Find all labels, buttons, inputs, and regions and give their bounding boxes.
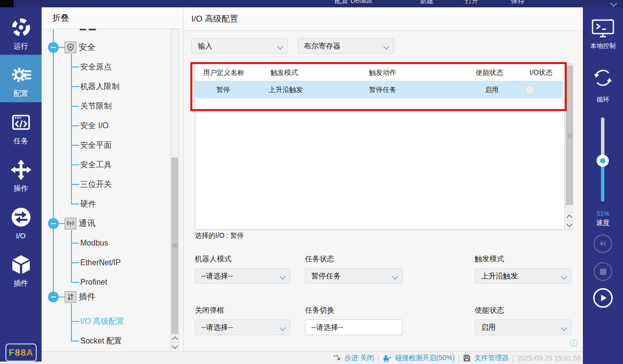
trigger-mode-select[interactable]: 上升沿触发 (475, 268, 572, 284)
tree-item-profinet[interactable]: Profinet (80, 276, 107, 288)
sidebar-item-task[interactable]: 任务 (0, 102, 42, 150)
right-control-sidebar: 本地控制 循环 51% 速度 (583, 7, 623, 364)
cube-icon (10, 254, 32, 275)
code-window-icon (10, 112, 32, 133)
page-title: I/O 高级配置 (184, 7, 583, 31)
close-popup-value: --请选择-- (201, 323, 233, 332)
tree-item-three-pos-switch[interactable]: 三位开关 (80, 179, 112, 190)
col-header-trigger-mode: 触发模式 (271, 64, 298, 81)
menu-new[interactable]: 新建 (420, 0, 434, 5)
collapse-toggle-icon[interactable] (48, 292, 59, 302)
table-scrollbar[interactable] (564, 64, 574, 229)
gear-icon (10, 64, 32, 86)
trigger-mode-label: 触发模式 (475, 254, 504, 264)
register-type-value: 布尔寄存器 (304, 42, 341, 51)
chevron-down-icon (279, 325, 286, 331)
play-icon (600, 294, 608, 302)
tree-item-safety-home[interactable]: 安全原点 (80, 61, 112, 73)
trigger-mode-value: 上升沿触发 (481, 272, 518, 281)
tree-item-safety-plane[interactable]: 安全平面 (80, 139, 112, 151)
terminal-icon[interactable] (592, 18, 614, 39)
status-bar: 步进 关闭 | 碰撞检测开启(50%) | 文件管理器 | 2025-03-25… (42, 351, 583, 364)
tree-item-ethernet-ip[interactable]: EtherNet/IP (80, 257, 121, 269)
io-config-table: 用户定义名称 触发模式 触发动作 使能状态 I/O状态 暂停 上升沿触发 暂停任… (195, 64, 574, 230)
scroll-up-button[interactable] (171, 334, 178, 342)
tree-scrollbar[interactable] (170, 29, 179, 351)
close-popup-select[interactable]: --请选择-- (195, 319, 290, 335)
collapse-toggle-icon[interactable] (48, 42, 59, 53)
scrollbar-thumb[interactable] (171, 158, 178, 334)
io-arrows-icon (10, 206, 32, 228)
separator: | (458, 354, 460, 362)
device-badge: F88A (5, 343, 37, 362)
robot-mode-select[interactable]: --请选择-- (195, 268, 290, 284)
task-switch-value: --请选择-- (311, 323, 343, 332)
sidebar-item-io[interactable]: I/O (0, 197, 42, 245)
config-tree: 安全 安全原点 机器人限制 关节限制 安全 I/O 安全平面 安全工具 三位开关… (42, 29, 183, 351)
task-switch-input[interactable]: --请选择-- (305, 319, 403, 335)
task-state-label: 任务状态 (305, 254, 334, 264)
tree-item-modbus[interactable]: Modbus (80, 237, 108, 249)
config-tree-panel: 折叠 安全 安全原点 机器人限制 关节限制 安全 I/O 安全平面 安全工具 三… (42, 7, 184, 351)
tree-item-safety-io[interactable]: 安全 I/O (80, 120, 109, 132)
tree-item-safety-tool[interactable]: 安全工具 (80, 159, 112, 171)
collapse-toggle-icon[interactable] (48, 218, 59, 229)
file-manager-link[interactable]: 文件管理器 (474, 354, 508, 363)
step-status[interactable]: 步进 关闭 (345, 354, 374, 363)
chevron-down-icon[interactable] (610, 0, 617, 7)
loop-label: 循环 (583, 95, 623, 104)
speed-slider-handle[interactable] (597, 155, 609, 167)
shield-plus-icon (65, 42, 76, 53)
play-button[interactable] (593, 288, 613, 308)
tree-item-joint-limit[interactable]: 关节限制 (80, 100, 112, 112)
run-target-icon (10, 17, 32, 38)
enable-state-select[interactable]: 启用 (475, 319, 572, 335)
tree-collapse-header[interactable]: 折叠 (42, 7, 183, 29)
sidebar-item-plugin[interactable]: 插件 (0, 245, 42, 292)
tree-item-clipped[interactable] (80, 29, 86, 30)
tree-item-hardware[interactable]: 硬件 (80, 198, 96, 210)
sidebar-item-run[interactable]: 运行 (0, 7, 42, 55)
sidebar-item-config[interactable]: 配置 (0, 55, 42, 102)
loop-icon[interactable] (592, 67, 614, 89)
menu-save[interactable]: 保存 (511, 0, 525, 5)
io-direction-value: 输入 (198, 42, 212, 51)
top-menubar: 配置 Default 新建 打开 保存 (0, 0, 623, 7)
task-switch-label: 任务切换 (305, 306, 334, 315)
scrollbar-thumb[interactable] (566, 66, 573, 205)
tree-item-clipped[interactable] (89, 29, 96, 30)
tree-item-io-advanced-config[interactable]: I/O 高级配置 (80, 316, 124, 327)
tree-item-robot-limit[interactable]: 机器人限制 (80, 81, 119, 92)
tree-node-safety[interactable]: 安全 (79, 42, 95, 53)
sidebar-item-label: I/O (16, 232, 25, 240)
register-type-select[interactable]: 布尔寄存器 (298, 38, 394, 54)
collision-status[interactable]: 碰撞检测开启(50%) (395, 354, 454, 363)
step-forward-button[interactable] (594, 234, 612, 253)
cell-trigger-action: 暂停任务 (369, 81, 396, 98)
speed-label: 速度 (583, 219, 623, 228)
scroll-down-button[interactable] (566, 220, 573, 229)
scroll-down-button[interactable] (171, 342, 178, 351)
io-state-checkbox[interactable] (526, 86, 534, 94)
tree-node-plugin[interactable]: 插件 (79, 291, 95, 303)
move-arrows-icon (10, 159, 32, 181)
col-header-io-state: I/O状态 (530, 64, 553, 81)
sidebar-item-operate[interactable]: 操作 (0, 150, 42, 197)
scroll-up-button[interactable] (566, 212, 573, 221)
menu-open[interactable]: 打开 (465, 0, 479, 5)
table-row-selected[interactable]: 暂停 上升沿触发 暂停任务 启用 (195, 81, 563, 98)
sidebar-item-label: 运行 (14, 42, 28, 50)
cell-trigger-mode: 上升沿触发 (269, 81, 303, 98)
info-icon[interactable]: i (570, 340, 577, 347)
tree-node-comm[interactable]: 通讯 (79, 218, 95, 229)
robot-mode-label: 机器人模式 (195, 254, 231, 264)
timestamp: 2025-03-25 15:01:56 (517, 354, 581, 362)
enable-state-value: 启用 (481, 323, 496, 332)
task-state-select[interactable]: 暂停任务 (305, 268, 403, 284)
tree-item-socket-config[interactable]: Socket 配置 (80, 335, 122, 347)
io-direction-select[interactable]: 输入 (191, 38, 288, 54)
project-label: 配置 Default (335, 0, 372, 5)
stop-button[interactable] (594, 262, 612, 281)
stop-icon (600, 269, 606, 275)
separator: | (512, 354, 514, 362)
